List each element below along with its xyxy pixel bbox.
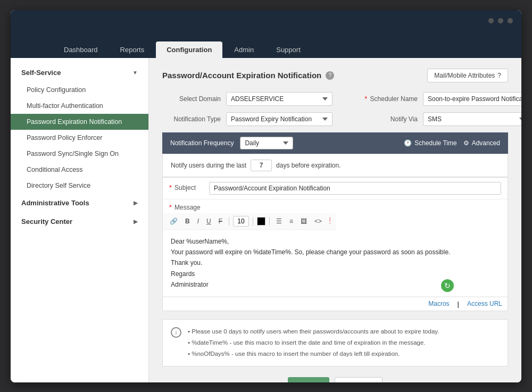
subject-required-star: * [169, 184, 172, 191]
sidebar-item-policy-config[interactable]: Policy Configuration [11, 82, 148, 98]
subject-input[interactable] [209, 182, 501, 195]
page-title: Password/Account Expiration Notification [162, 71, 321, 80]
gear-icon: ⚙ [463, 139, 469, 147]
frequency-label: Notification Frequency [170, 139, 234, 147]
sidebar-item-conditional-access[interactable]: Conditional Access [11, 162, 148, 178]
toolbar-divider-2 [253, 217, 253, 226]
info-box: i • Please use 0 days to notify users wh… [162, 319, 508, 366]
strikethrough-btn[interactable]: F [216, 216, 225, 226]
refresh-icon[interactable]: ↻ [441, 279, 454, 292]
editor-footer: Macros | Access URL [163, 297, 508, 311]
macros-link[interactable]: Macros [428, 300, 449, 308]
code-btn[interactable]: <> [312, 216, 325, 226]
info-icon: i [171, 327, 181, 338]
sidebar-item-password-expiration[interactable]: Password Expiration Notification [11, 114, 148, 130]
page-header: Password/Account Expiration Notification… [162, 69, 508, 82]
message-line-3: Thank you. [171, 257, 450, 268]
align-btn[interactable]: ☰ [273, 216, 285, 226]
scheduler-name-input[interactable] [423, 92, 521, 106]
domain-select[interactable]: ADSELFSERVICE [226, 92, 332, 106]
message-label-row: * Message [163, 199, 215, 213]
italic-btn[interactable]: I [195, 216, 202, 226]
form-row-1: Select Domain ADSELFSERVICE * Scheduler … [162, 92, 508, 106]
underline-btn[interactable]: U [204, 216, 214, 226]
main-window: Dashboard Reports Configuration Admin Su… [11, 10, 521, 382]
main-content: Password/Account Expiration Notification… [149, 58, 521, 382]
sidebar-item-mfa[interactable]: Multi-factor Authentication [11, 98, 148, 114]
info-bullet-2: • %dateTime% - use this macro to insert … [188, 337, 439, 348]
schedule-time-button[interactable]: 🕐 Schedule Time [404, 139, 456, 147]
sidebar-item-password-policy[interactable]: Password Policy Enforcer [11, 130, 148, 146]
tab-support[interactable]: Support [265, 41, 311, 58]
link-btn[interactable]: 🔗 [167, 216, 180, 226]
tab-admin[interactable]: Admin [223, 41, 264, 58]
mail-mobile-attributes-button[interactable]: Mail/Mobile Attributes ? [427, 69, 508, 82]
subject-row: * Subject [163, 178, 508, 199]
advanced-button[interactable]: ⚙ Advanced [463, 139, 500, 147]
domain-col: Select Domain ADSELFSERVICE [162, 92, 332, 106]
message-toolbar: 🔗 B I U F ☰ ≡ 🖼 <> [163, 213, 336, 230]
notify-via-col: Notify Via SMS [359, 112, 521, 126]
cancel-button[interactable]: Cancel [335, 377, 383, 382]
chevron-right-icon-2: ▶ [134, 219, 138, 224]
notify-via-label: Notify Via [359, 115, 418, 123]
mail-attr-label: Mail/Mobile Attributes [434, 72, 495, 79]
scheduler-col: * Scheduler Name [359, 92, 521, 106]
toolbar-divider-1 [229, 217, 229, 226]
list-btn[interactable]: ≡ [287, 216, 296, 226]
notify-via-select[interactable]: SMS [423, 112, 521, 126]
required-star: * [365, 95, 368, 103]
info-bullet-3: • %noOfDays% - use this macro to insert … [188, 348, 439, 360]
message-required-star: * [169, 204, 172, 211]
message-label: * Message [169, 204, 209, 211]
titlebar-dot-3 [508, 18, 513, 23]
message-row: * Message 🔗 B I U F [163, 199, 508, 297]
help-icon[interactable]: ? [326, 71, 334, 80]
image-btn[interactable]: 🖼 [298, 216, 310, 226]
access-url-link[interactable]: Access URL [467, 300, 502, 308]
toolbar-divider-3 [269, 217, 270, 226]
tab-reports[interactable]: Reports [110, 41, 155, 58]
action-row: Save Cancel [162, 377, 508, 382]
info-bullet-1: • Please use 0 days to notify users when… [188, 326, 439, 337]
schedule-time-label: Schedule Time [414, 139, 456, 147]
sidebar-section-self-service[interactable]: Self-Service ▼ [11, 63, 148, 82]
message-line-4: Regards [171, 269, 450, 279]
bold-btn[interactable]: B [182, 216, 193, 226]
clock-icon: 🕐 [404, 139, 412, 147]
notify-suffix: days before expiration. [276, 162, 340, 169]
content-area: Self-Service ▼ Policy Configuration Mult… [11, 58, 521, 382]
titlebar-dot-1 [488, 18, 494, 23]
domain-label: Select Domain [162, 95, 221, 103]
info-text: • Please use 0 days to notify users when… [188, 326, 439, 359]
subject-label: * Subject [169, 182, 209, 191]
nav-bar: Dashboard Reports Configuration Admin Su… [11, 31, 521, 58]
sidebar-section-security-center[interactable]: Security Center ▶ [11, 212, 148, 231]
tab-dashboard[interactable]: Dashboard [53, 41, 109, 58]
notification-type-col: Notification Type Password Expiry Notifi… [162, 112, 332, 126]
notification-type-label: Notification Type [162, 115, 221, 123]
message-body[interactable]: Dear %userName%, Your password will expi… [163, 230, 458, 297]
message-line-2: Your password will expire on %dateTime%.… [171, 247, 450, 257]
chevron-right-icon: ▶ [134, 200, 138, 206]
sidebar-security-center-label: Security Center [21, 218, 72, 226]
save-button[interactable]: Save [288, 377, 329, 382]
frequency-select[interactable]: Daily [240, 137, 293, 149]
notification-type-select[interactable]: Password Expiry Notification [226, 112, 332, 126]
color-picker[interactable] [257, 217, 265, 226]
sidebar-item-password-sync[interactable]: Password Sync/Single Sign On [11, 146, 148, 162]
notify-prefix: Notify users during the last [171, 162, 246, 169]
message-line-1: Dear %userName%, [171, 236, 450, 247]
editor-container: * Subject * Message 🔗 [162, 177, 508, 312]
tab-configuration[interactable]: Configuration [156, 41, 222, 58]
font-size-input[interactable] [233, 216, 249, 227]
alert-icon[interactable]: ! [329, 216, 331, 226]
pipe-divider: | [458, 300, 459, 308]
days-input[interactable] [251, 160, 272, 171]
sidebar-item-directory-self-service[interactable]: Directory Self Service [11, 178, 148, 194]
notification-bar: Notification Frequency Daily 🕐 Schedule … [162, 132, 508, 154]
sidebar-section-admin-tools[interactable]: Administrative Tools ▶ [11, 194, 148, 212]
titlebar [11, 10, 521, 31]
sidebar: Self-Service ▼ Policy Configuration Mult… [11, 58, 149, 382]
advanced-label: Advanced [472, 139, 500, 147]
